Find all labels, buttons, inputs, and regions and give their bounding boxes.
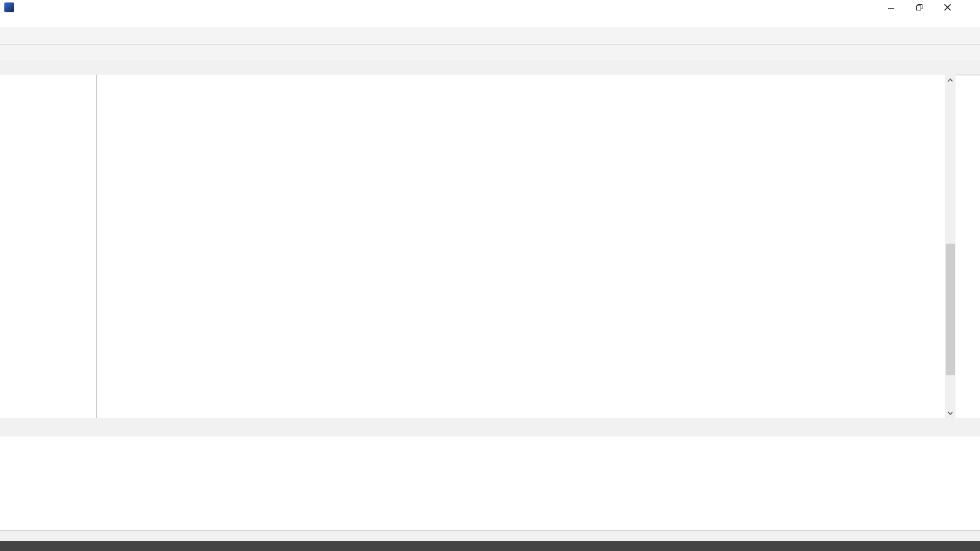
scroll-down-button[interactable] <box>945 408 956 418</box>
close-icon <box>944 4 951 11</box>
scroll-up-button[interactable] <box>945 75 956 85</box>
bottom-panel-tabs <box>0 425 980 437</box>
minimize-icon <box>888 4 895 11</box>
menu-bar <box>0 15 980 28</box>
scroll-down-icon <box>948 411 953 415</box>
main-toolbar <box>0 28 980 45</box>
class-browser-toolbar <box>0 45 980 61</box>
title-bar <box>0 0 980 15</box>
taskbar-strip <box>0 541 980 551</box>
editor-vertical-scrollbar[interactable] <box>945 75 956 418</box>
project-panel[interactable] <box>0 75 97 418</box>
restore-icon <box>916 4 923 11</box>
panel-splitter[interactable] <box>0 418 980 425</box>
tab-strip <box>0 60 980 75</box>
status-bar <box>0 530 980 542</box>
minimize-button[interactable] <box>877 0 905 15</box>
code-editor[interactable] <box>97 75 945 418</box>
restore-button[interactable] <box>905 0 933 15</box>
scroll-up-icon <box>948 78 953 82</box>
close-button[interactable] <box>933 0 962 15</box>
compiler-output-table <box>0 437 980 530</box>
scroll-thumb[interactable] <box>946 244 955 375</box>
app-icon <box>4 2 14 12</box>
